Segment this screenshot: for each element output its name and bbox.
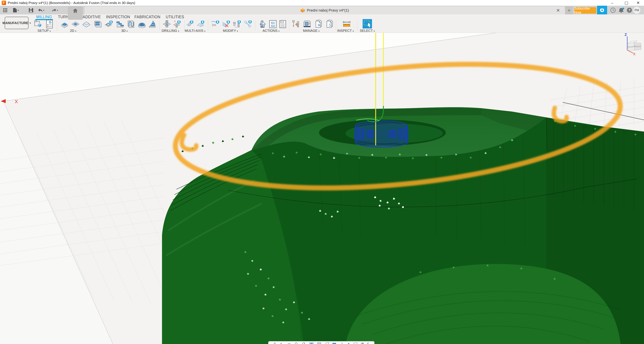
3d-ramp-icon[interactable]: [148, 20, 157, 28]
trim-icon[interactable]: ✂: [211, 20, 220, 28]
group-separator: [255, 20, 255, 31]
model-viewport[interactable]: X: [0, 33, 644, 344]
minimize-button[interactable]: –: [606, 0, 618, 6]
notifications-bell-icon[interactable]: [618, 7, 624, 13]
2d-adaptive-icon[interactable]: [60, 20, 69, 28]
ribbon-toolbar: MANUFACTURE▾ MILLING TURNING ADDITIVE IN…: [0, 14, 644, 33]
help-icon[interactable]: ?: [626, 7, 632, 13]
close-button[interactable]: ✕: [632, 0, 644, 6]
document-tab-title: Predni naboj Pravy v4*(1): [307, 8, 349, 12]
title-bar: F Predni naboj Pravy v4*(1) (Bossmodels)…: [0, 0, 644, 6]
orange-cube-icon: [300, 8, 305, 12]
svg-text:G1: G1: [271, 21, 275, 24]
3d-adaptive-icon[interactable]: [94, 20, 102, 28]
group-separator: [92, 20, 92, 31]
group-label-2d[interactable]: 2D ▾: [70, 29, 76, 33]
home-view-button[interactable]: [68, 6, 83, 20]
tab-milling[interactable]: MILLING: [36, 15, 52, 19]
svg-text:?: ?: [628, 8, 630, 12]
group-label-3d[interactable]: 3D ▾: [121, 29, 128, 33]
redo-icon[interactable]: ▾: [52, 7, 58, 13]
svg-text:✂: ✂: [212, 22, 217, 28]
group-label-multi-axis[interactable]: MULTI-AXIS ▾: [185, 29, 206, 33]
3d-spiral-icon[interactable]: [138, 20, 146, 28]
3d-pocket-icon[interactable]: [104, 20, 113, 28]
svg-text:+: +: [174, 20, 176, 23]
tool-library-icon[interactable]: [292, 20, 300, 28]
tab-utilities[interactable]: UTILITIES: [166, 15, 184, 19]
svg-text:Z: Z: [624, 33, 627, 37]
window-title: Predni naboj Pravy v4*(1) (Bossmodels) -…: [8, 1, 135, 5]
group-label-setup[interactable]: SETUP ▾: [38, 29, 51, 33]
group-label-select[interactable]: SELECT ▾: [360, 29, 375, 33]
svg-text:↔: ↔: [234, 25, 238, 28]
replace-tool-icon[interactable]: ↔: [232, 20, 241, 28]
svg-text:RIGHT: RIGHT: [634, 45, 641, 48]
group-separator: [160, 20, 160, 31]
svg-text:X: X: [15, 99, 18, 104]
rotary-icon[interactable]: [196, 20, 205, 28]
move-toolpath-icon[interactable]: [243, 20, 252, 28]
simulate-icon[interactable]: [258, 20, 266, 28]
svg-text:G2: G2: [271, 24, 275, 27]
3d-steep-shallow-icon[interactable]: [116, 20, 124, 28]
setup-sheet-icon[interactable]: [278, 20, 287, 28]
group-label-drilling[interactable]: DRILLING ▾: [162, 29, 179, 33]
templates-icon[interactable]: S: [326, 20, 334, 28]
group-label-modify[interactable]: MODIFY ▾: [223, 29, 238, 33]
3d-flow-icon[interactable]: [126, 20, 135, 28]
extension-plug-icon[interactable]: [597, 6, 607, 14]
tab-fabrication[interactable]: FABRICATION: [134, 15, 160, 19]
fusion-window: { "window": { "title": "Predni naboj Pra…: [0, 0, 644, 344]
new-setup-icon[interactable]: [34, 20, 42, 28]
post-process-icon[interactable]: G1 G2: [268, 20, 277, 28]
workspace-selector[interactable]: MANUFACTURE▾: [5, 17, 28, 29]
document-tab-strip: ▾ ▾ ▾ Predni naboj Pravy v4*(1) ✕ + Subs…: [0, 6, 644, 14]
2d-face-icon[interactable]: [82, 20, 91, 28]
tab-additive[interactable]: ADDITIVE: [83, 15, 101, 19]
group-label-inspect[interactable]: INSPECT ▾: [337, 29, 354, 33]
fusion-app-icon: F: [2, 1, 6, 5]
machine-library-icon[interactable]: [303, 20, 312, 28]
home-icon: [72, 8, 78, 14]
ncprogram-icon[interactable]: G: [45, 20, 54, 28]
svg-text:G: G: [318, 23, 320, 27]
tapping-icon[interactable]: +: [172, 20, 181, 28]
svg-text:X: X: [633, 52, 636, 56]
avatar[interactable]: PM: [633, 7, 640, 14]
group-separator: [184, 20, 184, 31]
group-label-actions[interactable]: ACTIONS ▾: [263, 29, 280, 33]
drill-icon[interactable]: [162, 20, 171, 28]
new-tab-button[interactable]: +: [565, 6, 573, 14]
document-tab[interactable]: Predni naboj Pravy v4*(1) ✕: [84, 6, 565, 14]
tab-close-icon[interactable]: ✕: [556, 8, 561, 13]
delete-passes-icon[interactable]: ✕: [222, 20, 230, 28]
nc-programs-icon[interactable]: G: [314, 20, 323, 28]
group-separator: [208, 20, 208, 31]
undo-icon[interactable]: ▾: [38, 7, 44, 13]
job-status-clock-icon[interactable]: [610, 7, 616, 13]
tab-inspection[interactable]: INSPECTION: [106, 15, 130, 19]
file-icon[interactable]: ▾: [12, 7, 19, 13]
restore-button[interactable]: ▢: [620, 0, 632, 6]
navigation-bar[interactable]: [268, 341, 374, 344]
group-separator: [57, 20, 57, 31]
group-label-manage[interactable]: MANAGE ▾: [303, 29, 320, 33]
svg-text:S: S: [328, 23, 331, 27]
swarf-icon[interactable]: [185, 20, 194, 28]
app-grid-icon[interactable]: [2, 7, 8, 13]
select-tool[interactable]: [362, 19, 372, 28]
save-icon[interactable]: [28, 7, 34, 13]
subscribe-button[interactable]: Subscribe Now: [574, 7, 596, 13]
measure-icon[interactable]: [342, 20, 351, 28]
2d-pocket-icon[interactable]: [71, 20, 80, 28]
svg-text:G: G: [49, 20, 52, 24]
